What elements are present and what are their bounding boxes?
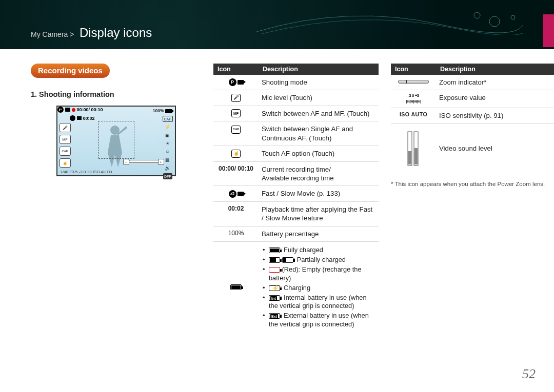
table-row: ISO AUTO ISO sensitivity (p. 91) <box>391 108 554 123</box>
row-desc: Mic level (Touch) <box>259 90 379 106</box>
mode-p-icon: P <box>57 107 64 113</box>
th-icon: Icon <box>391 64 436 75</box>
mic-level-icon: 🎤 <box>231 94 241 102</box>
row-desc: Switch between AF and MF. (Touch) <box>259 106 379 121</box>
section-pill: Recording videos <box>31 64 110 78</box>
battery-full-icon <box>269 247 280 253</box>
list-item: (Red): Empty (recharge the battery) <box>262 265 375 283</box>
cam-batt-pct: 100% <box>153 108 164 113</box>
caf-icon: CAF <box>163 116 173 122</box>
svg-rect-6 <box>408 151 411 164</box>
voice-icon: 🔊 <box>165 165 170 171</box>
camera-display-mock: P 00:00/ 00:10 00:02 100% 🎤 MF CAF ☝ CAF <box>56 106 176 176</box>
batt-int-text: : Internal battery in use (when the vert… <box>269 294 367 310</box>
col-left: Recording videos 1. Shooting information… <box>31 64 201 333</box>
breadcrumb: My Camera > <box>31 30 74 38</box>
table-row: Video sound level <box>391 123 554 174</box>
fader-icon: ▦ <box>165 157 170 163</box>
touch-af-icon: ☝ <box>231 150 241 158</box>
col-mid: Icon Description P Shooting mode 🎤 Mic l… <box>213 64 379 333</box>
rec-time-text: 00:00/ 00:10 <box>213 161 259 186</box>
icon-table-2: Icon Description Zoom indicator* -3 0 +3… <box>391 64 554 174</box>
batt-pct-text: 100% <box>213 226 259 241</box>
battery-charging-icon <box>269 285 280 291</box>
touch-af-button[interactable]: ☝ <box>60 158 71 168</box>
page-title: Display icons <box>80 26 152 40</box>
cam-pb-time: 00:02 <box>83 116 95 121</box>
ev-scale-label: -3 0 +3 <box>408 93 419 98</box>
row-desc: Playback time after applying the Fast / … <box>259 201 379 226</box>
shooting-mode-icon: P <box>229 78 244 86</box>
caf-icon: CAF <box>231 126 241 134</box>
mic-touch-button[interactable]: 🎤 <box>60 123 71 132</box>
svg-rect-7 <box>414 148 418 164</box>
row-desc: Zoom indicator* <box>436 75 554 90</box>
list-item: : Fully charged <box>262 246 375 255</box>
table-row: P Shooting mode <box>213 75 379 90</box>
cam-pb-row: 00:02 <box>70 115 95 121</box>
batt-empty-text: (Red): Empty (recharge the battery) <box>269 265 362 282</box>
row-desc: Exposure value <box>436 90 554 108</box>
video-icon <box>65 108 70 112</box>
zoom-indicator-icon <box>398 80 429 84</box>
page-number: 52 <box>522 366 536 382</box>
battery-icon <box>165 109 172 113</box>
cam-left-buttons: 🎤 MF CAF ☝ <box>60 123 71 168</box>
table-row: -3 0 +3 |ııı|ııı|ııı|ııı| Exposure value <box>391 90 554 108</box>
af-mf-icon: MF <box>231 109 241 117</box>
table-row: 00:00/ 00:10 Current recording time/ Ava… <box>213 161 379 186</box>
list-item: Ext: External battery in use (when the v… <box>262 312 375 329</box>
battery-partial-icon <box>269 257 280 263</box>
list-item: Int: Internal battery in use (when the v… <box>262 294 375 311</box>
table-row: CAF Switch between Single AF and Continu… <box>213 121 379 146</box>
zoom-in-button[interactable]: + <box>158 159 164 165</box>
speed-icon <box>70 115 75 121</box>
cam-bottom-info: 1/40 F3.5 -3 0 +3 ISO AUTO <box>61 170 112 174</box>
accent-stripe <box>543 14 554 47</box>
svg-point-0 <box>474 12 480 18</box>
battery-int-icon: Int <box>269 295 280 301</box>
playback-time-text: 00:02 <box>213 201 259 226</box>
battery-state-list: : Fully charged : Partially charged (Red… <box>262 246 375 329</box>
zoom-out-button[interactable]: − <box>123 159 129 165</box>
af-mf-touch-button[interactable]: MF <box>60 135 71 144</box>
iso-auto-text: ISO AUTO <box>391 108 436 123</box>
af-frame <box>98 121 134 159</box>
face-icon: ☺ <box>165 149 170 155</box>
col-right: Icon Description Zoom indicator* -3 0 +3… <box>391 64 554 333</box>
svg-point-1 <box>489 16 500 27</box>
off-icon: OFF <box>163 173 172 179</box>
th-icon: Icon <box>213 64 259 75</box>
battery-empty-icon <box>269 267 280 273</box>
batt-charging-text: : Charging <box>280 284 310 292</box>
flash-icon: ⚡ <box>165 124 170 130</box>
th-desc: Description <box>436 64 554 75</box>
batt-ext-text: : External battery in use (when the vert… <box>269 312 369 328</box>
video-sound-level-icon <box>407 131 420 167</box>
table-row: 00:02 Playback time after applying the F… <box>213 201 379 226</box>
zoom-slider[interactable]: − + <box>129 160 161 163</box>
battery-partial-icon <box>282 257 293 263</box>
battery-icon <box>230 284 242 290</box>
row-desc: Video sound level <box>436 123 554 174</box>
table-row: 100% Battery percentage <box>213 226 379 241</box>
table-row: MF Switch between AF and MF. (Touch) <box>213 106 379 121</box>
page-header: My Camera > Display icons <box>0 0 554 49</box>
row-desc: Fast / Slow Movie (p. 133) <box>259 186 379 201</box>
footnote: * This icon appears when you attach the … <box>391 181 554 187</box>
batt-partial-text: : Partially charged <box>293 256 346 263</box>
table-row: x5 Fast / Slow Movie (p. 133) <box>213 186 379 201</box>
battery-ext-icon: Ext <box>269 313 280 319</box>
row-desc: Shooting mode <box>259 75 379 90</box>
cam-right-indicators: CAF ⚡ ▣ ☀ ☺ ▦ 🔊 OFF <box>163 116 173 179</box>
section-heading: 1. Shooting information <box>31 90 201 98</box>
table-row: 🎤 Mic level (Touch) <box>213 90 379 106</box>
row-desc: Switch between Single AF and Continuous … <box>259 121 379 146</box>
ev-ticks: |ııı|ııı|ııı|ııı| <box>406 99 421 104</box>
row-desc: ISO sensitivity (p. 91) <box>436 108 554 123</box>
caf-touch-button[interactable]: CAF <box>60 147 71 156</box>
list-item: : Charging <box>262 284 375 293</box>
record-dot-icon <box>72 108 75 112</box>
content-grid: Recording videos 1. Shooting information… <box>0 49 554 333</box>
video-icon <box>77 116 82 120</box>
